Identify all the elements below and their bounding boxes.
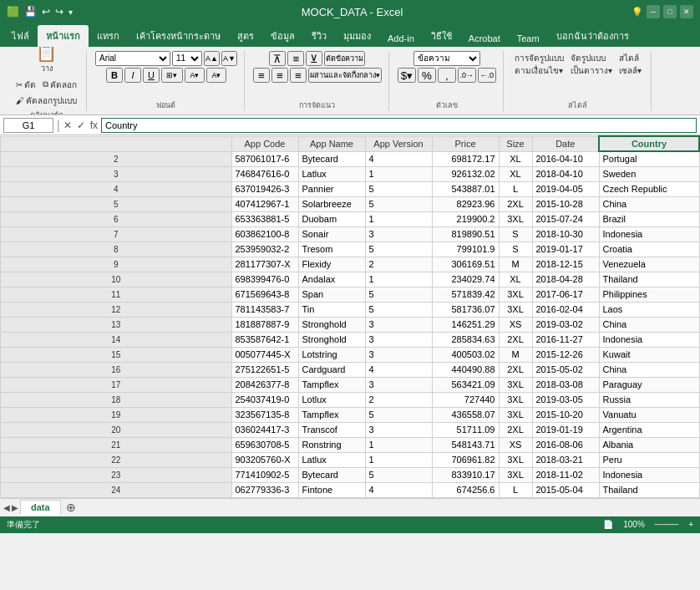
cell-c[interactable]: 5	[365, 287, 432, 302]
cell-e[interactable]: L	[499, 181, 532, 196]
cell-e[interactable]: 2XL	[499, 196, 532, 211]
cell-b[interactable]: Fintone	[298, 482, 365, 497]
cell-e[interactable]: M	[499, 257, 532, 272]
cell-e[interactable]: S	[499, 242, 532, 257]
cell-g[interactable]: Indonesia	[599, 467, 699, 482]
cell-f[interactable]: 2018-11-02	[532, 467, 599, 482]
decrease-decimal-button[interactable]: ←.0	[478, 68, 496, 83]
cell-c[interactable]: 5	[365, 467, 432, 482]
prev-sheet-btn[interactable]: ◀	[3, 503, 10, 512]
cell-c[interactable]: 1	[365, 437, 432, 452]
cell-d[interactable]: 543887.01	[432, 181, 499, 196]
maximize-btn[interactable]: □	[663, 5, 677, 18]
font-family-select[interactable]: Arial	[95, 51, 170, 66]
cell-d[interactable]: 581736.07	[432, 302, 499, 317]
tab-layout[interactable]: เค้าโครงหน้ากระดาษ	[128, 25, 229, 47]
cell-e[interactable]: XL	[499, 151, 532, 166]
cell-e[interactable]: XS	[499, 317, 532, 332]
add-sheet-button[interactable]: ⊕	[63, 501, 79, 514]
tab-home[interactable]: หน้าแรก	[38, 25, 89, 47]
cell-e[interactable]: 3XL	[499, 302, 532, 317]
cell-c[interactable]: 3	[365, 422, 432, 437]
cell-d[interactable]: 306169.51	[432, 257, 499, 272]
cell-c[interactable]: 5	[365, 302, 432, 317]
cell-f[interactable]: 2016-11-27	[532, 332, 599, 347]
cell-e[interactable]: 2XL	[499, 332, 532, 347]
cell-a[interactable]: 781143583-7	[231, 302, 298, 317]
cell-a[interactable]: 275122651-5	[231, 362, 298, 377]
cell-d[interactable]: 440490.88	[432, 362, 499, 377]
cell-g[interactable]: Thailand	[599, 272, 699, 287]
italic-button[interactable]: I	[124, 68, 141, 83]
cell-a[interactable]: 903205760-X	[231, 452, 298, 467]
cell-a[interactable]: 323567135-8	[231, 407, 298, 422]
cell-g[interactable]: Argentina	[599, 422, 699, 437]
cell-e[interactable]: 3XL	[499, 287, 532, 302]
cell-c[interactable]: 3	[365, 332, 432, 347]
cell-b[interactable]: Duobam	[298, 211, 365, 226]
col-header-g[interactable]: Country	[599, 136, 699, 151]
cell-c[interactable]: 5	[365, 181, 432, 196]
conditional-format-button[interactable]: การจัดรูปแบบตามเงื่อนไข▾	[512, 51, 566, 78]
cell-d[interactable]: 548143.71	[432, 437, 499, 452]
cell-e[interactable]: 3XL	[499, 211, 532, 226]
cell-e[interactable]: XS	[499, 437, 532, 452]
cell-reference-input[interactable]	[3, 118, 53, 133]
cell-b[interactable]: Lotlux	[298, 392, 365, 407]
cell-e[interactable]: 3XL	[499, 452, 532, 467]
cell-b[interactable]: Stronghold	[298, 332, 365, 347]
cell-f[interactable]: 2018-10-30	[532, 226, 599, 242]
merge-center-button[interactable]: ผสานและจัดกึ่งกลาง▾	[308, 68, 382, 83]
cell-b[interactable]: Span	[298, 287, 365, 302]
formula-input[interactable]	[101, 118, 697, 133]
font-increase-button[interactable]: A▲	[204, 51, 220, 66]
cell-g[interactable]: Peru	[599, 452, 699, 467]
tab-view[interactable]: มุมมอง	[335, 25, 379, 47]
cell-b[interactable]: Tresom	[298, 242, 365, 257]
align-center-button[interactable]: ≡	[271, 68, 288, 83]
cut-button[interactable]: ✂ตัด	[13, 78, 38, 92]
cell-d[interactable]: 819890.51	[432, 226, 499, 242]
save-icon[interactable]: 💾	[24, 6, 37, 18]
cell-f[interactable]: 2015-10-28	[532, 196, 599, 211]
cell-d[interactable]: 82923.96	[432, 196, 499, 211]
font-decrease-button[interactable]: A▼	[221, 51, 237, 66]
minimize-btn[interactable]: ─	[647, 5, 660, 18]
tab-data[interactable]: ข้อมูล	[262, 25, 303, 47]
undo-icon[interactable]: ↩	[42, 6, 50, 18]
cell-e[interactable]: 3XL	[499, 467, 532, 482]
cell-b[interactable]: Pannier	[298, 181, 365, 196]
cancel-formula-icon[interactable]: ✕	[63, 120, 72, 131]
cell-f[interactable]: 2015-07-24	[532, 211, 599, 226]
tab-insert[interactable]: แทรก	[89, 25, 128, 47]
cell-g[interactable]: China	[599, 317, 699, 332]
cell-a[interactable]: 407412967-1	[231, 196, 298, 211]
cell-b[interactable]: Andalax	[298, 272, 365, 287]
cell-e[interactable]: XL	[499, 166, 532, 181]
currency-button[interactable]: $▾	[398, 68, 416, 83]
cell-g[interactable]: Czech Republic	[599, 181, 699, 196]
cell-d[interactable]: 146251.29	[432, 317, 499, 332]
cell-f[interactable]: 2018-03-21	[532, 452, 599, 467]
cell-g[interactable]: Brazil	[599, 211, 699, 226]
cell-d[interactable]: 674256.6	[432, 482, 499, 497]
font-color-button[interactable]: A▾	[206, 68, 226, 83]
cell-f[interactable]: 2019-03-02	[532, 317, 599, 332]
cell-g[interactable]: Thailand	[599, 482, 699, 497]
align-bottom-button[interactable]: ⊻	[306, 51, 322, 66]
align-left-button[interactable]: ≡	[253, 68, 270, 83]
cell-c[interactable]: 2	[365, 392, 432, 407]
cell-g[interactable]: Philippines	[599, 287, 699, 302]
tab-team[interactable]: Team	[509, 30, 548, 47]
cell-a[interactable]: 005077445-X	[231, 347, 298, 362]
cell-b[interactable]: Latlux	[298, 452, 365, 467]
wrap-text-button[interactable]: ตัดข้อความ	[324, 51, 365, 66]
cell-c[interactable]: 5	[365, 196, 432, 211]
tab-review[interactable]: รีวิว	[303, 25, 335, 47]
cell-a[interactable]: 208426377-8	[231, 377, 298, 392]
tab-formula[interactable]: สูตร	[229, 25, 262, 47]
cell-b[interactable]: Solarbreeze	[298, 196, 365, 211]
cell-c[interactable]: 3	[365, 226, 432, 242]
cell-f[interactable]: 2018-04-10	[532, 166, 599, 181]
cell-f[interactable]: 2019-04-05	[532, 181, 599, 196]
